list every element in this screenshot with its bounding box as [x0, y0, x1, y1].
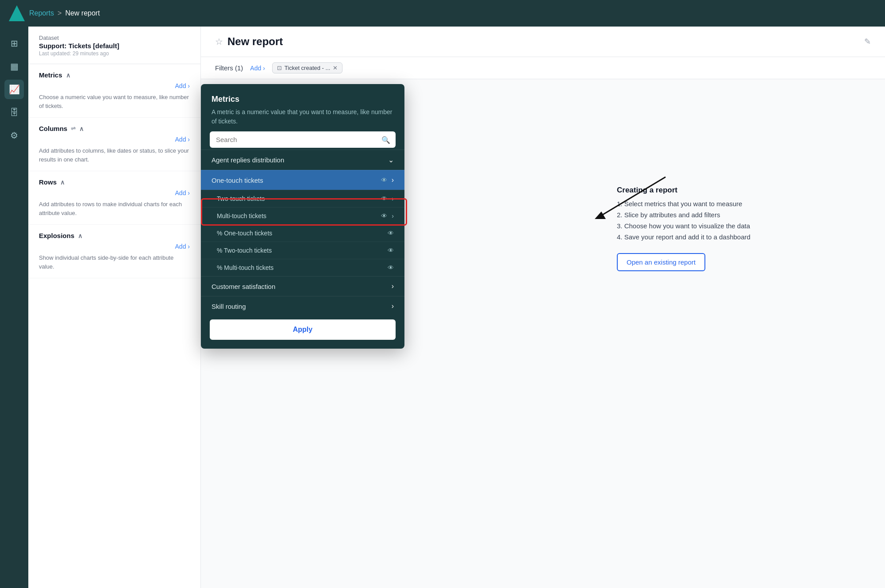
sidebar-icon-dashboard[interactable]: ▦ — [4, 57, 24, 76]
sidebar-icon-reports[interactable]: 📈 — [4, 80, 24, 99]
sidebar-icon-database[interactable]: 🗄 — [4, 103, 24, 122]
section-desc-columns: Add attributes to columns, like dates or… — [39, 146, 190, 164]
top-bar: Reports > New report — [0, 0, 885, 27]
metrics-search-input[interactable] — [210, 131, 396, 148]
section-toggle-rows[interactable]: ∧ — [60, 179, 65, 186]
section-title-rows: Rows ∧ — [39, 178, 65, 186]
metrics-item-pct-multi-touch[interactable]: % Multi-touch tickets 👁 — [201, 259, 404, 276]
filter-chip-label: Ticket created - ... — [285, 65, 331, 71]
customer-satisfaction-label: Customer satisfaction — [212, 283, 275, 290]
apply-button[interactable]: Apply — [210, 319, 396, 340]
section-add-columns[interactable]: Add › — [39, 136, 190, 143]
multi-touch-arrow-icon: › — [392, 212, 394, 219]
add-filter-button[interactable]: Add › — [250, 65, 265, 72]
metrics-panel-description: A metric is a numeric value that you wan… — [212, 108, 394, 126]
agent-replies-label: Agent replies distribution — [212, 156, 284, 164]
search-icon: 🔍 — [381, 135, 390, 144]
two-touch-label: Two-touch tickets — [217, 195, 265, 202]
star-icon[interactable]: ☆ — [215, 36, 223, 47]
metrics-list: Agent replies distribution ⌄ One-touch t… — [201, 150, 404, 316]
section-title-metrics: Metrics ∧ — [39, 71, 70, 79]
section-add-rows[interactable]: Add › — [39, 189, 190, 196]
pct-one-touch-eye-icon: 👁 — [388, 230, 394, 237]
section-explosions: Explosions ∧ Add › Show individual chart… — [28, 225, 200, 278]
multi-touch-eye-icon: 👁 — [381, 212, 387, 219]
dataset-info: Dataset Support: Tickets [default] Last … — [28, 27, 200, 64]
customer-satisfaction-arrow: › — [392, 282, 394, 290]
report-title: New report — [227, 35, 283, 48]
open-existing-report-button[interactable]: Open an existing report — [617, 253, 705, 271]
section-title-explosions: Explosions ∧ — [39, 232, 82, 239]
dataset-updated: Last updated: 29 minutes ago — [39, 50, 190, 57]
sidebar-icon-settings[interactable]: ⚙ — [4, 126, 24, 145]
edit-icon[interactable]: ✎ — [864, 37, 871, 46]
creating-report-title: Creating a report — [617, 186, 794, 195]
pct-two-touch-label: % Two-touch tickets — [217, 247, 272, 254]
breadcrumb-separator: > — [58, 9, 62, 17]
section-columns: Columns ⇌ ∧ Add › Add attributes to colu… — [28, 118, 200, 171]
section-toggle-explosions[interactable]: ∧ — [78, 232, 82, 239]
section-metrics: Metrics ∧ Add › Choose a numeric value y… — [28, 64, 200, 118]
metrics-item-one-touch[interactable]: One-touch tickets 👁 › — [201, 170, 404, 190]
section-desc-rows: Add attributes to rows to make individua… — [39, 200, 190, 217]
skill-routing-label: Skill routing — [212, 303, 246, 310]
report-header: ☆ New report ✎ — [201, 27, 885, 57]
creating-report-box: Creating a report 1. Select metrics that… — [617, 186, 794, 271]
metrics-search-box[interactable]: 🔍 — [210, 131, 396, 148]
filter-icon: ⊡ — [277, 65, 282, 71]
main-area: Dataset Support: Tickets [default] Last … — [28, 27, 885, 588]
section-title-columns: Columns ⇌ ∧ — [39, 125, 84, 132]
pct-two-touch-eye-icon: 👁 — [388, 247, 394, 254]
multi-touch-label: Multi-touch tickets — [217, 212, 266, 219]
section-toggle-columns[interactable]: ∧ — [79, 125, 84, 132]
step-2: 2. Slice by attributes and add filters — [617, 211, 794, 219]
section-toggle-metrics[interactable]: ∧ — [66, 72, 70, 79]
breadcrumb-reports-link[interactable]: Reports — [29, 9, 54, 17]
pct-multi-touch-label: % Multi-touch tickets — [217, 264, 273, 271]
metrics-panel-title: Metrics — [212, 95, 394, 104]
pct-multi-touch-eye-icon: 👁 — [388, 264, 394, 271]
creating-report-steps: 1. Select metrics that you want to measu… — [617, 200, 794, 241]
metrics-group-skill-routing[interactable]: Skill routing › — [201, 296, 404, 316]
section-add-explosions[interactable]: Add › — [39, 243, 190, 250]
metrics-item-pct-one-touch[interactable]: % One-touch tickets 👁 — [201, 224, 404, 242]
pct-one-touch-label: % One-touch tickets — [217, 230, 272, 237]
section-add-metrics[interactable]: Add › — [39, 82, 190, 89]
step-4: 4. Save your report and add it to a dash… — [617, 233, 794, 241]
section-desc-explosions: Show individual charts side-by-side for … — [39, 254, 190, 271]
one-touch-label: One-touch tickets — [212, 177, 263, 184]
breadcrumb-current: New report — [65, 9, 100, 17]
section-rows: Rows ∧ Add › Add attributes to rows to m… — [28, 171, 200, 225]
app-logo — [9, 5, 25, 21]
section-desc-metrics: Choose a numeric value you want to measu… — [39, 93, 190, 110]
two-touch-arrow-icon: › — [392, 195, 394, 202]
step-1: 1. Select metrics that you want to measu… — [617, 200, 794, 208]
svg-marker-1 — [595, 211, 606, 219]
metrics-item-pct-two-touch[interactable]: % Two-touch tickets 👁 — [201, 242, 404, 259]
filters-label: Filters (1) — [215, 64, 243, 72]
filter-chip-close[interactable]: ✕ — [333, 65, 338, 71]
two-touch-eye-icon: 👁 — [381, 195, 387, 202]
metrics-panel-header: Metrics A metric is a numeric value that… — [201, 84, 404, 131]
metrics-group-agent-replies[interactable]: Agent replies distribution ⌄ — [201, 150, 404, 170]
metrics-item-multi-touch[interactable]: Multi-touch tickets 👁 › — [201, 207, 404, 224]
sidebar: ⊞ ▦ 📈 🗄 ⚙ — [0, 27, 28, 588]
breadcrumb: Reports > New report — [29, 9, 100, 17]
dataset-label: Dataset — [39, 35, 190, 41]
metrics-panel: Metrics A metric is a numeric value that… — [201, 84, 404, 349]
left-panel: Dataset Support: Tickets [default] Last … — [28, 27, 201, 588]
step-3: 3. Choose how you want to visualize the … — [617, 222, 794, 230]
one-touch-arrow-icon: › — [392, 176, 394, 184]
metrics-item-two-touch[interactable]: Two-touch tickets 👁 › — [201, 190, 404, 207]
skill-routing-arrow: › — [392, 302, 394, 310]
one-touch-eye-icon: 👁 — [381, 177, 387, 184]
dataset-name: Support: Tickets [default] — [39, 42, 190, 50]
agent-replies-arrow: ⌄ — [388, 156, 394, 164]
filter-chip-ticket-created[interactable]: ⊡ Ticket created - ... ✕ — [272, 62, 343, 73]
sidebar-icon-home[interactable]: ⊞ — [4, 34, 24, 53]
metrics-group-customer-satisfaction[interactable]: Customer satisfaction › — [201, 276, 404, 296]
filters-bar: Filters (1) Add › ⊡ Ticket created - ...… — [201, 57, 885, 79]
